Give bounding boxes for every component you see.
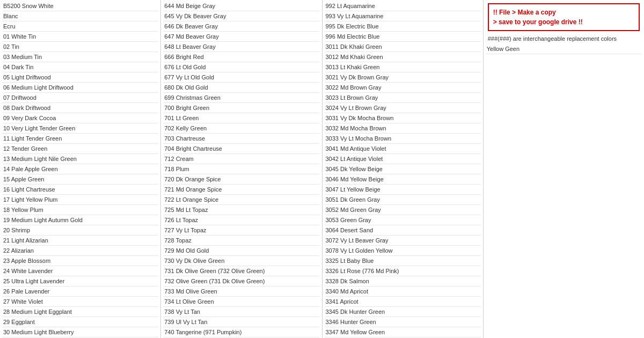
list-item: 13 Medium Light Nile Green [2, 154, 158, 164]
list-item: 3346 Hunter Green [325, 317, 481, 327]
list-item: 3032 Md Mocha Brown [325, 123, 481, 134]
list-item: 738 Vy Lt Tan [163, 307, 319, 317]
info-text: ###(###) are interchangeable replacement… [488, 35, 640, 42]
list-item: 3326 Lt Rose (776 Md Pink) [325, 266, 481, 276]
list-item: 680 Dk Old Gold [163, 83, 319, 93]
list-item: 24 White Lavender [2, 266, 158, 276]
list-item: 712 Cream [163, 154, 319, 164]
list-item: 04 Dark Tin [2, 62, 158, 72]
list-item: 3051 Dk Green Gray [325, 195, 481, 205]
list-item: 10 Very Light Tender Green [2, 123, 158, 134]
list-item: 733 Md Olive Green [163, 286, 319, 297]
list-item: 702 Kelly Green [163, 123, 319, 134]
list-item: 666 Bright Red [163, 52, 319, 62]
list-item: 3341 Apricot [325, 297, 481, 307]
list-item: 3024 Vy Lt Brown Gray [325, 103, 481, 113]
list-item: 704 Bright Chartreuse [163, 144, 319, 154]
list-item: 3023 Lt Brown Gray [325, 93, 481, 103]
list-item: 732 Olive Green (731 Dk Olive Green) [163, 276, 319, 286]
list-item: 03 Medium Tin [2, 52, 158, 62]
list-item: 08 Dark Driftwood [2, 103, 158, 113]
list-item: 11 Light Tender Green [2, 134, 158, 144]
list-item: 730 Vy Dk Olive Green [163, 256, 319, 266]
list-item: 996 Md Electric Blue [325, 32, 481, 42]
list-item: 30 Medium Light Blueberry [2, 327, 158, 337]
list-item: 3013 Lt Khaki Green [325, 62, 481, 72]
list-item: 3345 Dk Hunter Green [325, 307, 481, 317]
list-item: Yellow Geen [486, 44, 642, 54]
color-column-3: 992 Lt Aquamarine993 Vy Lt Aquamarine995… [323, 0, 484, 338]
list-item: 647 Md Beaver Gray [163, 32, 319, 42]
list-item: 992 Lt Aquamarine [325, 1, 481, 11]
list-item: 3011 Dk Khaki Green [325, 42, 481, 52]
list-item: 3031 Vy Dk Mocha Brown [325, 113, 481, 123]
notice-line2: > save to your google drive !! [493, 17, 634, 27]
list-item: 701 Lt Green [163, 113, 319, 123]
list-item: 3347 Md Yellow Green [325, 327, 481, 337]
list-item: 728 Topaz [163, 236, 319, 246]
notice-box: !! File > Make a copy > save to your goo… [488, 3, 640, 31]
list-item: 18 Yellow Plum [2, 205, 158, 215]
list-item: 740 Tangerine (971 Pumpkin) [163, 327, 319, 337]
list-item: 699 Christmas Green [163, 93, 319, 103]
list-item: 09 Very Dark Cocoa [2, 113, 158, 123]
list-item: 28 Medium Light Eggplant [2, 307, 158, 317]
list-item: 3046 Md Yellow Beige [325, 174, 481, 185]
list-item: 3340 Md Apricot [325, 286, 481, 297]
color-column-1: B5200 Snow WhiteBlancEcru01 White Tin02 … [0, 0, 161, 338]
list-item: Blanc [2, 11, 158, 21]
list-item: 15 Apple Green [2, 174, 158, 185]
notice-line1: !! File > Make a copy [493, 8, 634, 17]
list-item: 05 Light Driftwood [2, 72, 158, 83]
list-item: Ecru [2, 21, 158, 32]
list-item: 734 Lt Olive Green [163, 297, 319, 307]
list-item: 648 Lt Beaver Gray [163, 42, 319, 52]
list-item: 3022 Md Brown Gray [325, 83, 481, 93]
list-item: 725 Md Lt Topaz [163, 205, 319, 215]
list-item: 722 Lt Orange Spice [163, 195, 319, 205]
list-item: 3021 Vy Dk Brown Gray [325, 72, 481, 83]
main-container: B5200 Snow WhiteBlancEcru01 White Tin02 … [0, 0, 644, 338]
list-item: 29 Eggplant [2, 317, 158, 327]
list-item: 3053 Green Gray [325, 215, 481, 225]
list-item: 731 Dk Olive Green (732 Olive Green) [163, 266, 319, 276]
list-item: 01 White Tin [2, 32, 158, 42]
list-item: 993 Vy Lt Aquamarine [325, 11, 481, 21]
list-item: 25 Ultra Light Lavender [2, 276, 158, 286]
list-item: 703 Chartreuse [163, 134, 319, 144]
list-item: 3012 Md Khaki Green [325, 52, 481, 62]
list-item: 17 Light Yellow Plum [2, 195, 158, 205]
list-item: 995 Dk Electric Blue [325, 21, 481, 32]
list-item: 16 Light Chartreuse [2, 185, 158, 195]
list-item: 26 Pale Lavender [2, 286, 158, 297]
list-item: 727 Vy Lt Topaz [163, 225, 319, 236]
list-item: 644 Md Beige Gray [163, 1, 319, 11]
list-item: 3042 Lt Antique Violet [325, 154, 481, 164]
list-item: 721 Md Orange Spice [163, 185, 319, 195]
list-item: 720 Dk Orange Spice [163, 174, 319, 185]
list-item: 3064 Desert Sand [325, 225, 481, 236]
list-item: 14 Pale Apple Green [2, 164, 158, 174]
list-item: B5200 Snow White [2, 1, 158, 11]
list-item: 02 Tin [2, 42, 158, 52]
list-item: 3328 Dk Salmon [325, 276, 481, 286]
list-item: 06 Medium Light Driftwood [2, 83, 158, 93]
list-item: 739 Ul Vy Lt Tan [163, 317, 319, 327]
list-item: 3072 Vy Lt Beaver Gray [325, 236, 481, 246]
list-item: 27 White Violet [2, 297, 158, 307]
list-item: 3041 Md Antique Violet [325, 144, 481, 154]
list-item: 21 Light Alizarian [2, 236, 158, 246]
list-item: 718 Plum [163, 164, 319, 174]
list-item: 19 Medium Light Autumn Gold [2, 215, 158, 225]
list-item: 22 Alizarian [2, 246, 158, 256]
list-item: 07 Driftwood [2, 93, 158, 103]
list-item: 3047 Lt Yellow Beige [325, 185, 481, 195]
list-item: 23 Apple Blossom [2, 256, 158, 266]
list-item: 3033 Vy Lt Mocha Brown [325, 134, 481, 144]
list-item: 3045 Dk Yellow Beige [325, 164, 481, 174]
list-item: 3052 Md Green Gray [325, 205, 481, 215]
list-item: 700 Bright Green [163, 103, 319, 113]
list-item: 677 Vy Lt Old Gold [163, 72, 319, 83]
list-item: 729 Md Old Gold [163, 246, 319, 256]
list-item: 676 Lt Old Gold [163, 62, 319, 72]
